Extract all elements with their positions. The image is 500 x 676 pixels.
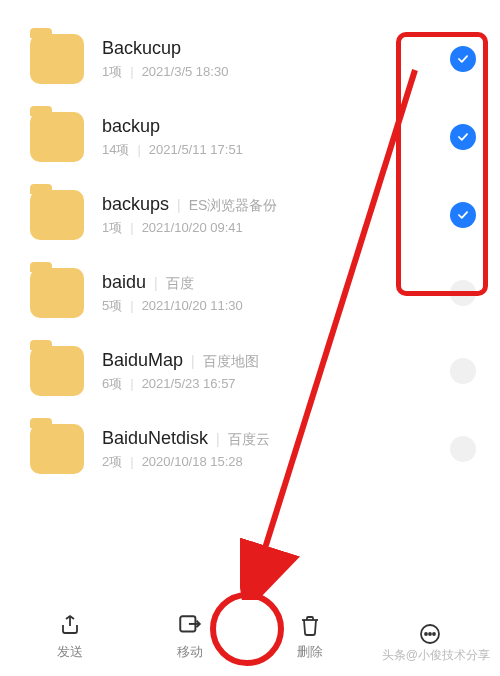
separator: | <box>130 298 133 313</box>
file-count: 5项 <box>102 297 122 315</box>
checkbox-unchecked[interactable] <box>450 280 476 306</box>
separator: | <box>130 220 133 235</box>
file-tag: 百度 <box>166 275 194 293</box>
file-date: 2021/10/20 11:30 <box>142 298 243 313</box>
delete-label: 删除 <box>297 643 323 661</box>
checkbox-checked[interactable] <box>450 46 476 72</box>
separator: | <box>130 454 133 469</box>
move-icon <box>176 611 204 639</box>
file-name: BaiduNetdisk <box>102 428 208 449</box>
file-tag: 百度云 <box>228 431 270 449</box>
checkbox-unchecked[interactable] <box>450 358 476 384</box>
send-button[interactable]: 发送 <box>35 611 105 661</box>
delete-button[interactable]: 删除 <box>275 611 345 661</box>
file-meta: 1项|2021/10/20 09:41 <box>102 219 450 237</box>
file-date: 2021/5/23 16:57 <box>142 376 236 391</box>
file-meta: 1项|2021/3/5 18:30 <box>102 63 450 81</box>
check-icon <box>456 130 470 144</box>
svg-point-2 <box>425 633 427 635</box>
trash-icon <box>296 611 324 639</box>
separator: | <box>216 431 220 447</box>
checkbox-checked[interactable] <box>450 202 476 228</box>
move-label: 移动 <box>177 643 203 661</box>
checkbox-unchecked[interactable] <box>450 436 476 462</box>
file-list: Backucup1项|2021/3/5 18:30backup14项|2021/… <box>0 0 500 488</box>
separator: | <box>130 64 133 79</box>
checkbox-checked[interactable] <box>450 124 476 150</box>
file-item[interactable]: backups|ES浏览器备份1项|2021/10/20 09:41 <box>0 176 500 254</box>
file-info: baidu|百度5项|2021/10/20 11:30 <box>102 272 450 315</box>
file-tag: 百度地图 <box>203 353 259 371</box>
svg-point-4 <box>433 633 435 635</box>
file-info: backup14项|2021/5/11 17:51 <box>102 116 450 159</box>
file-name: backup <box>102 116 160 137</box>
file-name: Backucup <box>102 38 181 59</box>
file-item[interactable]: baidu|百度5项|2021/10/20 11:30 <box>0 254 500 332</box>
separator: | <box>191 353 195 369</box>
file-item[interactable]: Backucup1项|2021/3/5 18:30 <box>0 20 500 98</box>
move-button[interactable]: 移动 <box>155 611 225 661</box>
file-info: backups|ES浏览器备份1项|2021/10/20 09:41 <box>102 194 450 237</box>
svg-point-3 <box>429 633 431 635</box>
separator: | <box>177 197 181 213</box>
file-meta: 6项|2021/5/23 16:57 <box>102 375 450 393</box>
separator: | <box>154 275 158 291</box>
file-item[interactable]: BaiduMap|百度地图6项|2021/5/23 16:57 <box>0 332 500 410</box>
watermark: 头条@小俊技术分享 <box>382 647 490 664</box>
file-count: 1项 <box>102 219 122 237</box>
file-meta: 5项|2021/10/20 11:30 <box>102 297 450 315</box>
file-tag: ES浏览器备份 <box>189 197 278 215</box>
bottom-toolbar: 发送 移动 删除 <box>0 596 500 676</box>
file-date: 2021/10/20 09:41 <box>142 220 243 235</box>
folder-icon <box>30 190 84 240</box>
file-info: Backucup1项|2021/3/5 18:30 <box>102 38 450 81</box>
folder-icon <box>30 346 84 396</box>
file-meta: 2项|2020/10/18 15:28 <box>102 453 450 471</box>
file-meta: 14项|2021/5/11 17:51 <box>102 141 450 159</box>
folder-icon <box>30 112 84 162</box>
folder-icon <box>30 34 84 84</box>
file-info: BaiduMap|百度地图6项|2021/5/23 16:57 <box>102 350 450 393</box>
file-name: baidu <box>102 272 146 293</box>
file-date: 2021/3/5 18:30 <box>142 64 229 79</box>
file-info: BaiduNetdisk|百度云2项|2020/10/18 15:28 <box>102 428 450 471</box>
file-date: 2021/5/11 17:51 <box>149 142 243 157</box>
share-icon <box>56 611 84 639</box>
more-icon <box>416 620 444 648</box>
check-icon <box>456 208 470 222</box>
file-count: 6项 <box>102 375 122 393</box>
separator: | <box>137 142 140 157</box>
file-date: 2020/10/18 15:28 <box>142 454 243 469</box>
folder-icon <box>30 268 84 318</box>
file-item[interactable]: BaiduNetdisk|百度云2项|2020/10/18 15:28 <box>0 410 500 488</box>
folder-icon <box>30 424 84 474</box>
separator: | <box>130 376 133 391</box>
file-count: 14项 <box>102 141 129 159</box>
send-label: 发送 <box>57 643 83 661</box>
file-count: 2项 <box>102 453 122 471</box>
file-name: backups <box>102 194 169 215</box>
file-item[interactable]: backup14项|2021/5/11 17:51 <box>0 98 500 176</box>
check-icon <box>456 52 470 66</box>
file-name: BaiduMap <box>102 350 183 371</box>
file-count: 1项 <box>102 63 122 81</box>
